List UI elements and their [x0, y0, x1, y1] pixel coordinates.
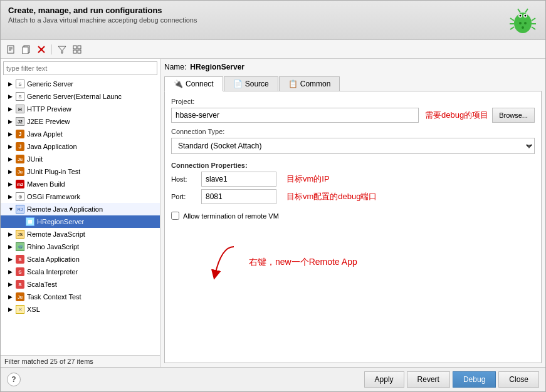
tree-container: ▶ S Generic Server ▶ S Generic Server(Ex…	[1, 78, 160, 355]
debug-button[interactable]: Debug	[453, 371, 496, 388]
connection-props-label: Connection Properties:	[171, 162, 535, 169]
new-config-button[interactable]	[4, 43, 18, 56]
tree-item-java-applet[interactable]: ▶ J Java Applet	[1, 128, 160, 140]
annotation-block: 右键，new一个Remote App	[177, 244, 535, 281]
tree-item-label: HRegionServer	[37, 218, 84, 225]
tree-item-remote-java[interactable]: ▼ RJ Remote Java Application	[1, 203, 160, 215]
expand-arrow: ▶	[8, 269, 14, 275]
tree-item-hregion[interactable]: ▣ HRegionServer	[1, 215, 160, 228]
revert-button[interactable]: Revert	[407, 371, 450, 388]
tab-source[interactable]: 📄 Source	[224, 76, 278, 91]
port-input[interactable]	[201, 189, 276, 204]
tree-item-label: Scala Interpreter	[27, 268, 78, 276]
delete-config-button[interactable]	[34, 43, 48, 56]
tree-item-rhino[interactable]: ▶ 🦏 Rhino JavaScript	[1, 240, 160, 253]
svg-point-5	[525, 15, 527, 17]
connection-type-label: Connection Type:	[171, 128, 535, 135]
apply-button[interactable]: Apply	[364, 371, 404, 388]
collapse-all-button[interactable]	[70, 43, 84, 56]
expand-arrow: ▶	[8, 131, 14, 137]
help-button[interactable]: ?	[7, 373, 21, 386]
project-annotation: 需要debug的项目	[425, 110, 488, 121]
host-annotation: 目标vm的IP	[286, 173, 330, 185]
svg-rect-26	[73, 46, 76, 49]
help-icon-label: ?	[11, 375, 16, 384]
tree-item-xsl[interactable]: ▶ ✕ XSL	[1, 303, 160, 316]
expand-arrow: ▶	[8, 294, 14, 300]
scala-app-icon: S	[15, 254, 25, 264]
close-button[interactable]: Close	[498, 371, 539, 388]
tree-item-label: Java Application	[27, 143, 77, 150]
port-annotation: 目标vm配置的debug端口	[286, 191, 377, 202]
tree-item-generic-server[interactable]: ▶ S Generic Server	[1, 78, 160, 90]
osgi-icon: ⊕	[15, 192, 25, 202]
remote-js-icon: JS	[15, 229, 25, 239]
tree-item-label: Scala Application	[27, 255, 80, 263]
name-label: Name:	[164, 63, 186, 71]
svg-line-13	[525, 9, 528, 13]
tree-item-label: HTTP Preview	[27, 105, 71, 113]
config-tabs: 🔌 Connect 📄 Source 📋 Common	[164, 76, 542, 91]
filter-status-text: Filter matched 25 of 27 items	[4, 358, 93, 365]
tree-item-http[interactable]: ▶ H HTTP Preview	[1, 103, 160, 115]
toolbar	[1, 40, 545, 59]
svg-line-9	[532, 18, 535, 21]
filter-button[interactable]	[55, 43, 69, 56]
tree-item-junit-plugin[interactable]: ▶ Ju JUnit Plug-in Test	[1, 165, 160, 178]
port-row: Port: 目标vm配置的debug端口	[171, 189, 535, 204]
connection-type-select[interactable]: Standard (Socket Attach)	[171, 138, 535, 154]
tab-common[interactable]: 📋 Common	[279, 76, 340, 91]
bottom-right: Apply Revert Debug Close	[364, 371, 539, 388]
expand-arrow: ▶	[8, 118, 14, 125]
project-row: 需要debug的项目 Browse...	[171, 108, 535, 123]
common-tab-icon: 📋	[288, 80, 298, 88]
expand-arrow: ▶	[8, 244, 14, 250]
hregion-icon: ▣	[25, 217, 35, 227]
port-label: Port:	[171, 193, 196, 200]
generic-server-ext-icon: S	[15, 91, 25, 101]
tree-item-j2ee[interactable]: ▶ J2 J2EE Preview	[1, 115, 160, 128]
filter-input[interactable]	[3, 61, 157, 75]
tree-item-task[interactable]: ▶ Ju Task Context Test	[1, 291, 160, 303]
tree-item-remote-js[interactable]: ▶ JS Remote JavaScript	[1, 228, 160, 240]
svg-point-16	[522, 26, 524, 29]
tree-item-java-application[interactable]: ▶ J Java Application	[1, 140, 160, 153]
tree-item-scala-interp[interactable]: ▶ S Scala Interpreter	[1, 266, 160, 278]
annotation-text: 右键，new一个Remote App	[249, 257, 357, 268]
host-input[interactable]	[201, 172, 276, 187]
tree-item-label: Remote Java Application	[27, 205, 103, 213]
tree-item-generic-server-ext[interactable]: ▶ S Generic Server(External Launc	[1, 90, 160, 103]
tree-item-junit[interactable]: ▶ Ju JUnit	[1, 153, 160, 165]
connect-tab-label: Connect	[186, 80, 214, 88]
main-content: ▶ S Generic Server ▶ S Generic Server(Ex…	[1, 59, 545, 367]
duplicate-config-button[interactable]	[19, 43, 33, 56]
allow-termination-checkbox[interactable]	[171, 212, 179, 220]
xsl-icon: ✕	[15, 304, 25, 314]
project-group: Project: 需要debug的项目 Browse...	[171, 98, 535, 123]
browse-button[interactable]: Browse...	[492, 108, 535, 123]
dialog-title: Create, manage, and run configurations	[8, 6, 197, 15]
junit-plugin-icon: Ju	[15, 167, 25, 177]
allow-termination-label: Allow termination of remote VM	[183, 212, 279, 220]
name-row: Name: HRegionServer	[164, 63, 542, 71]
svg-rect-29	[78, 50, 81, 53]
tree-item-maven[interactable]: ▶ m2 Maven Build	[1, 178, 160, 190]
tree-item-label: ScalaTest	[27, 281, 57, 288]
tree-item-osgi[interactable]: ▶ ⊕ OSGi Framework	[1, 190, 160, 203]
task-icon: Ju	[15, 292, 25, 302]
svg-marker-25	[58, 46, 66, 53]
left-panel: ▶ S Generic Server ▶ S Generic Server(Ex…	[1, 59, 160, 367]
tab-connect[interactable]: 🔌 Connect	[164, 76, 223, 91]
expand-arrow: ▶	[8, 181, 14, 187]
maven-icon: m2	[15, 179, 25, 189]
source-tab-icon: 📄	[233, 80, 243, 88]
tree-item-scalatest[interactable]: ▶ S ScalaTest	[1, 278, 160, 291]
tree-item-label: J2EE Preview	[27, 118, 70, 125]
scalatest-icon: S	[15, 279, 25, 289]
project-input[interactable]	[171, 108, 419, 123]
toolbar-separator	[51, 44, 52, 54]
tree-item-scala-app[interactable]: ▶ S Scala Application	[1, 253, 160, 266]
j2ee-icon: J2	[15, 116, 25, 126]
svg-line-8	[510, 27, 514, 29]
expand-arrow: ▶	[8, 93, 14, 100]
